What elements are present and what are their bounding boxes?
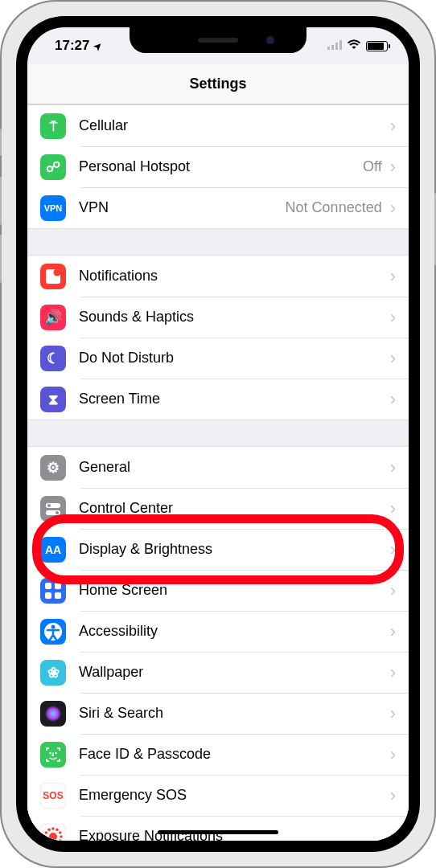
row-dnd[interactable]: ☾Do Not Disturb› bbox=[27, 338, 409, 379]
group-gap bbox=[27, 420, 409, 446]
chevron-right-icon: › bbox=[390, 157, 396, 178]
row-label: General bbox=[79, 459, 389, 476]
chevron-right-icon: › bbox=[390, 498, 396, 519]
row-exposure[interactable]: Exposure Notifications› bbox=[27, 816, 409, 841]
vpn-icon: VPN bbox=[40, 195, 66, 221]
screen: 17:27 ➤ Settings ⍑Cellular›☍Pe bbox=[27, 27, 409, 841]
nav-bar: Settings bbox=[27, 64, 409, 104]
row-accessibility[interactable]: Accessibility› bbox=[27, 611, 409, 652]
svg-point-25 bbox=[56, 511, 59, 514]
svg-rect-0 bbox=[327, 47, 330, 50]
svg-rect-28 bbox=[40, 578, 66, 604]
battery-icon bbox=[366, 41, 388, 51]
row-value: Off bbox=[363, 158, 382, 175]
row-label: Face ID & Passcode bbox=[79, 746, 389, 763]
row-wallpaper[interactable]: ❀Wallpaper› bbox=[27, 652, 409, 693]
row-cellular[interactable]: ⍑Cellular› bbox=[27, 105, 409, 146]
svg-point-39 bbox=[45, 706, 61, 722]
row-label: Siri & Search bbox=[79, 705, 389, 722]
settings-list[interactable]: ⍑Cellular›☍Personal HotspotOff›VPNVPNNot… bbox=[27, 104, 409, 841]
row-faceid[interactable]: Face ID & Passcode› bbox=[27, 734, 409, 775]
chevron-right-icon: › bbox=[390, 580, 396, 601]
chevron-right-icon: › bbox=[390, 662, 396, 683]
row-general[interactable]: ⚙General› bbox=[27, 447, 409, 488]
gear-icon: ⚙ bbox=[40, 455, 66, 481]
row-label: VPN bbox=[79, 199, 286, 216]
settings-group: ⍑Cellular›☍Personal HotspotOff›VPNVPNNot… bbox=[27, 104, 409, 229]
svg-point-47 bbox=[60, 835, 63, 838]
chevron-right-icon: › bbox=[390, 116, 396, 137]
row-homescreen[interactable]: Home Screen› bbox=[27, 570, 409, 611]
row-controlcenter[interactable]: Control Center› bbox=[27, 488, 409, 529]
row-label: Sounds & Haptics bbox=[79, 309, 389, 326]
svg-rect-30 bbox=[55, 583, 61, 589]
svg-rect-29 bbox=[45, 583, 51, 589]
chevron-right-icon: › bbox=[390, 826, 396, 841]
antenna-icon: ⍑ bbox=[40, 113, 66, 139]
chevron-right-icon: › bbox=[390, 389, 396, 410]
svg-text:⚙: ⚙ bbox=[47, 460, 60, 476]
chevron-right-icon: › bbox=[390, 348, 396, 369]
row-siri[interactable]: Siri & Search› bbox=[27, 693, 409, 734]
grid-icon bbox=[40, 578, 66, 604]
svg-point-41 bbox=[49, 751, 51, 754]
row-label: Display & Brightness bbox=[79, 541, 389, 558]
bell-icon bbox=[40, 264, 66, 289]
chevron-right-icon: › bbox=[390, 703, 396, 724]
chevron-right-icon: › bbox=[390, 785, 396, 806]
svg-point-35 bbox=[51, 624, 56, 628]
row-value: Not Connected bbox=[286, 199, 382, 216]
row-vpn[interactable]: VPNVPNNot Connected› bbox=[27, 187, 409, 228]
device-frame: 17:27 ➤ Settings ⍑Cellular›☍Pe bbox=[0, 0, 436, 868]
svg-point-54 bbox=[45, 831, 48, 834]
svg-rect-31 bbox=[45, 592, 51, 599]
row-sounds[interactable]: 🔊Sounds & Haptics› bbox=[27, 297, 409, 338]
row-label: Notifications bbox=[79, 268, 389, 285]
row-label: Screen Time bbox=[79, 391, 389, 407]
speaker-icon: 🔊 bbox=[40, 305, 66, 330]
svg-rect-1 bbox=[331, 45, 334, 50]
row-screentime[interactable]: ⧗Screen Time› bbox=[27, 379, 409, 420]
svg-rect-2 bbox=[335, 43, 338, 50]
link-icon: ☍ bbox=[40, 154, 66, 180]
flower-icon: ❀ bbox=[40, 660, 66, 686]
svg-text:VPN: VPN bbox=[44, 203, 63, 212]
svg-text:🔊: 🔊 bbox=[44, 309, 63, 326]
svg-point-46 bbox=[49, 833, 57, 841]
row-label: Cellular bbox=[79, 117, 389, 134]
row-label: Do Not Disturb bbox=[79, 350, 389, 366]
row-label: Personal Hotspot bbox=[79, 158, 363, 175]
accessibility-icon bbox=[40, 619, 66, 645]
signal-icon bbox=[327, 38, 342, 54]
svg-text:❀: ❀ bbox=[47, 665, 60, 681]
svg-text:☍: ☍ bbox=[46, 159, 60, 175]
bezel: 17:27 ➤ Settings ⍑Cellular›☍Pe bbox=[16, 16, 420, 852]
row-label: Emergency SOS bbox=[79, 787, 389, 804]
status-time: 17:27 bbox=[55, 38, 89, 54]
hourglass-icon: ⧗ bbox=[40, 387, 66, 412]
svg-point-52 bbox=[45, 839, 48, 841]
svg-rect-3 bbox=[339, 40, 342, 50]
row-hotspot[interactable]: ☍Personal HotspotOff› bbox=[27, 146, 409, 187]
home-indicator[interactable] bbox=[158, 830, 278, 834]
text-size-icon: AA bbox=[40, 537, 66, 563]
svg-point-42 bbox=[55, 751, 57, 754]
svg-text:☾: ☾ bbox=[47, 350, 60, 366]
chevron-right-icon: › bbox=[390, 266, 396, 287]
row-display[interactable]: AADisplay & Brightness› bbox=[27, 529, 409, 570]
faceid-icon bbox=[40, 742, 66, 768]
row-notifications[interactable]: Notifications› bbox=[27, 256, 409, 297]
svg-point-12 bbox=[54, 268, 61, 276]
exposure-icon bbox=[40, 824, 66, 841]
location-arrow-icon: ➤ bbox=[92, 39, 105, 53]
svg-point-53 bbox=[43, 835, 47, 838]
row-label: Accessibility bbox=[79, 623, 389, 640]
siri-icon bbox=[40, 701, 66, 727]
svg-text:⍑: ⍑ bbox=[49, 118, 58, 134]
svg-point-57 bbox=[56, 828, 59, 831]
page-title: Settings bbox=[189, 76, 246, 92]
moon-icon: ☾ bbox=[40, 346, 66, 371]
chevron-right-icon: › bbox=[390, 744, 396, 765]
row-sos[interactable]: SOSEmergency SOS› bbox=[27, 775, 409, 816]
settings-group: Notifications›🔊Sounds & Haptics›☾Do Not … bbox=[27, 255, 409, 420]
